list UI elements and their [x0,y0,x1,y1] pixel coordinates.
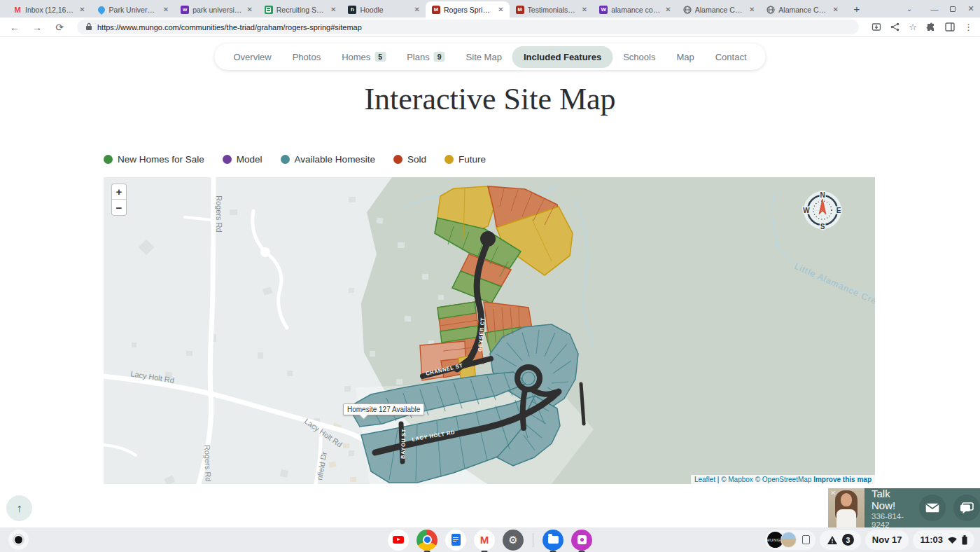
lock-icon[interactable] [85,21,92,34]
nav-item-site-map[interactable]: Site Map [456,52,512,62]
email-button[interactable] [919,495,946,521]
browser-tab-strip: M Inbox (12,164) - tin ✕ Park University… [0,0,980,18]
screen: M Inbox (12,164) - tin ✕ Park University… [0,0,980,552]
zoom-out-button[interactable]: − [112,200,126,215]
gallery-app-icon[interactable] [571,530,592,551]
time-status-pill[interactable]: 11:03 [913,530,974,550]
window-restore-button[interactable] [944,5,962,13]
new-tab-button[interactable]: + [848,0,865,17]
chat-close-icon[interactable]: ✕ [830,489,836,497]
tab-close-icon[interactable]: ✕ [832,6,840,13]
window-minimize-button[interactable]: — [925,5,944,13]
notifications-pill[interactable]: 3 [820,530,861,550]
address-bar[interactable]: https://www.mungo.com/communities/the-tr… [77,20,859,34]
tab-close-icon[interactable]: ✕ [580,6,589,13]
install-icon[interactable] [872,22,881,32]
interactive-site-map[interactable]: Rogers Rd Rogers Rd Lacy Holt Rd Lacy Ho… [104,177,875,484]
tab-alamance-doc[interactable]: W alamance county ✕ [593,1,677,18]
tab-title: Inbox (12,164) - tin [25,6,74,14]
nav-item-map[interactable]: Map [666,52,704,62]
gmail-app-icon[interactable]: M [474,530,495,551]
mungo-favicon-icon: M [432,6,440,14]
tab-park-university-volleyball[interactable]: w park university voll ✕ [174,1,258,18]
leaflet-link[interactable]: Leaflet [694,476,715,483]
wifi-icon [947,536,958,544]
tab-title: Hoodle [360,6,409,14]
tab-gmail-inbox[interactable]: M Inbox (12,164) - tin ✕ [7,1,91,18]
zoom-in-button[interactable]: + [112,184,126,200]
battery-icon [962,535,967,545]
chrome-app-icon[interactable] [416,530,438,551]
youtube-app-icon[interactable] [388,530,409,551]
svg-text:N: N [820,191,825,199]
tab-close-icon[interactable]: ✕ [78,6,86,13]
legend-label: Future [458,154,486,165]
tab-alamance-county-1[interactable]: Alamance County ✕ [677,1,761,18]
svg-text:E: E [836,207,841,214]
url-text: https://www.mungo.com/communities/the-tr… [97,23,362,32]
shelf-divider [533,533,533,547]
scroll-to-top-button[interactable]: ↑ [6,495,32,521]
tab-recruiting-spreadsheet[interactable]: Recruiting Spreads ✕ [258,1,342,18]
share-icon[interactable] [890,22,899,32]
tab-hoodle[interactable]: h Hoodle ✕ [342,1,426,18]
tab-rogers-spring-active[interactable]: M Rogers Spring | Ne ✕ [426,1,510,18]
tab-close-icon[interactable]: ✕ [245,6,253,13]
reload-button[interactable]: ⟳ [52,22,67,33]
window-close-button[interactable]: ✕ [962,4,980,13]
loop-island-lot[interactable] [522,372,535,385]
nav-item-homes[interactable]: Homes5 [331,52,396,62]
tab-testimonials[interactable]: M Testimonials | Mu ✕ [510,1,594,18]
arrow-up-icon: ↑ [17,502,22,515]
legend-item-new-homes: New Homes for Sale [104,154,204,165]
legend-label: Sold [407,154,426,165]
tab-close-icon[interactable]: ✕ [413,6,421,13]
osm-link[interactable]: © OpenStreetMap [755,476,812,483]
side-panel-icon[interactable] [945,22,955,32]
globe-favicon-icon [766,6,775,14]
nav-item-photos[interactable]: Photos [282,52,331,62]
homes-count-badge: 5 [374,52,386,62]
browser-menu-kebab-icon[interactable]: ⋮ [964,22,973,32]
files-app-icon[interactable] [542,530,564,551]
bookmark-star-icon[interactable]: ☆ [909,22,917,32]
tab-search-chevron-icon[interactable]: ⌄ [900,5,918,13]
improve-map-link[interactable]: Improve this map [813,476,872,483]
tab-title: Testimonials | Mu [528,6,577,14]
extensions-puzzle-icon[interactable] [926,22,936,32]
cul-de-sac-white [260,247,270,257]
tab-title: Alamance County [778,6,827,14]
spreadsheet-favicon-icon [265,6,273,14]
docs-app-icon[interactable] [445,530,466,551]
nav-item-schools[interactable]: Schools [612,52,666,62]
screen-capture-tote[interactable]: MUNGO [765,530,816,550]
copy-icon [802,535,810,544]
nav-label: Site Map [466,52,502,62]
mapbox-link[interactable]: © Mapbox [721,476,753,483]
tab-close-icon[interactable]: ✕ [664,6,672,13]
nav-item-overview[interactable]: Overview [223,52,282,62]
back-button[interactable]: ← [7,22,22,33]
launcher-button[interactable] [8,530,29,550]
tab-close-icon[interactable]: ✕ [496,6,505,13]
chat-button[interactable] [953,495,980,521]
nav-item-plans[interactable]: Plans9 [396,52,455,62]
legend-label: Model [237,154,262,165]
w-favicon-icon: w [181,6,189,14]
chat-title: Talk Now! [872,488,911,511]
tab-close-icon[interactable]: ✕ [329,6,337,13]
date-pill[interactable]: Nov 17 [865,530,909,550]
globe-favicon-icon [683,6,692,14]
tab-close-icon[interactable]: ✕ [162,6,170,13]
nav-item-contact[interactable]: Contact [705,52,757,62]
forward-button[interactable]: → [29,22,45,33]
tab-close-icon[interactable]: ✕ [748,6,756,13]
tab-alamance-county-2[interactable]: Alamance County ✕ [760,1,844,18]
tab-park-university[interactable]: Park University De ✕ [91,1,175,18]
chromeos-shelf: M ⚙ MUNGO 3 Nov 17 11:03 [0,527,980,552]
tab-title: alamance county [611,6,660,14]
envelope-icon [925,503,939,513]
settings-app-icon[interactable]: ⚙ [503,530,524,551]
capture-thumbnail-photo [780,532,797,548]
nav-item-included-features[interactable]: Included Features [512,46,612,68]
